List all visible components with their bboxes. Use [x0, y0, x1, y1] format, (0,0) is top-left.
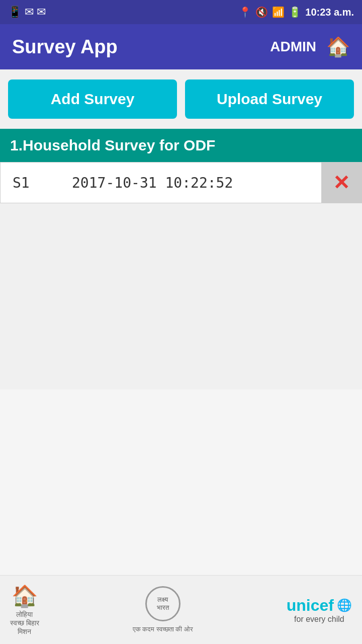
- unicef-tagline: for every child: [294, 615, 344, 624]
- unicef-globe-icon: 🌐: [337, 598, 352, 612]
- app-title: Survey App: [12, 36, 118, 58]
- add-survey-button[interactable]: Add Survey: [8, 79, 177, 119]
- survey-id: S1: [13, 175, 30, 191]
- footer-left-text: लोहियास्वच्छ बिहारमिशन: [10, 610, 39, 636]
- delete-survey-button[interactable]: ✕: [321, 163, 361, 203]
- unicef-name: unicef: [287, 596, 334, 615]
- admin-label: ADMIN: [270, 39, 316, 55]
- footer-left-logo: 🏠 लोहियास्वच्छ बिहारमिशन: [10, 584, 39, 636]
- footer-unicef-logo: unicef 🌐 for every child: [287, 596, 352, 624]
- footer: 🏠 लोहियास्वच्छ बिहारमिशन लक्ष्यभारत एक क…: [0, 575, 362, 644]
- footer-center-logo: लक्ष्यभारत एक कदम स्वच्छता की ओर: [133, 586, 193, 633]
- home-icon[interactable]: 🏠: [326, 36, 350, 58]
- status-bar-right: 📍 🔇 📶 🔋 10:23 a.m.: [239, 6, 354, 18]
- upload-survey-button[interactable]: Upload Survey: [185, 79, 354, 119]
- notification-icon: 📱: [8, 6, 22, 19]
- status-bar: 📱 ✉ ✉ 📍 🔇 📶 🔋 10:23 a.m.: [0, 0, 362, 24]
- action-buttons-container: Add Survey Upload Survey: [0, 69, 362, 129]
- mail-icon: ✉: [25, 6, 34, 19]
- app-bar: Survey App ADMIN 🏠: [0, 24, 362, 69]
- survey-section-header: 1.Household Survey for ODF: [0, 129, 362, 162]
- lakshya-sub-text: एक कदम स्वच्छता की ओर: [133, 625, 193, 633]
- content-spacer: [0, 389, 362, 576]
- table-row: S1 2017-10-31 10:22:52 ✕: [0, 162, 362, 203]
- lakshya-text: लक्ष्यभारत: [157, 596, 169, 612]
- survey-section: 1.Household Survey for ODF S1 2017-10-31…: [0, 129, 362, 389]
- battery-icon: 🔋: [289, 6, 301, 18]
- app-bar-right: ADMIN 🏠: [270, 36, 350, 58]
- survey-row-content[interactable]: S1 2017-10-31 10:22:52: [1, 165, 321, 201]
- lakshya-circle-icon: लक्ष्यभारत: [145, 586, 180, 621]
- location-icon: 📍: [239, 6, 251, 18]
- mail2-icon: ✉: [37, 6, 46, 19]
- lohia-icon: 🏠: [12, 584, 38, 608]
- delete-icon: ✕: [333, 171, 350, 194]
- time-display: 10:23 a.m.: [305, 7, 354, 18]
- survey-title: 1.Household Survey for ODF: [10, 137, 215, 153]
- survey-timestamp: 2017-10-31 10:22:52: [72, 175, 233, 191]
- signal-icon: 📶: [272, 6, 285, 18]
- status-bar-left: 📱 ✉ ✉: [8, 6, 46, 19]
- mute-icon: 🔇: [255, 6, 268, 18]
